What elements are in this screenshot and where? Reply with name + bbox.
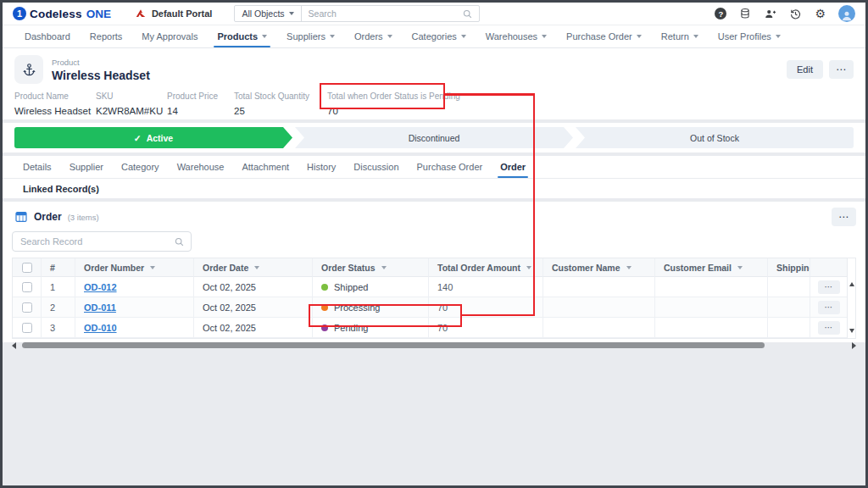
shipping-cell — [768, 297, 810, 318]
record-header-card: Product Wireless Headset Edit ⋯ Product … — [3, 48, 865, 119]
field-total-stock-quantity: Total Stock Quantity 25 — [234, 92, 317, 116]
nav-item-dashboard[interactable]: Dashboard — [25, 25, 70, 47]
nav-item-purchase-order[interactable]: Purchase Order — [566, 25, 642, 47]
col-header-customer-name[interactable]: Customer Name — [543, 258, 655, 277]
nav-item-categories[interactable]: Categories — [412, 25, 466, 47]
col-header-total-order-amount[interactable]: Total Order Amount — [429, 258, 543, 277]
col-header-order-date[interactable]: Order Date — [194, 258, 313, 277]
table-row: 3 OD-010 Oct 02, 2025 Pending 70 ⋯ — [13, 318, 855, 338]
tab-details[interactable]: Details — [23, 156, 52, 178]
order-section-more-button[interactable]: ⋯ — [832, 208, 856, 226]
customer-name-cell — [543, 297, 655, 318]
horizontal-scrollbar[interactable] — [12, 341, 856, 350]
order-status-cell: Shipped — [313, 277, 429, 297]
nav-item-suppliers[interactable]: Suppliers — [287, 25, 335, 47]
nav-item-products[interactable]: Products — [217, 25, 267, 47]
row-more-button[interactable]: ⋯ — [818, 280, 840, 294]
history-button[interactable] — [789, 8, 802, 20]
search-scope-dropdown[interactable]: All Objects — [235, 8, 300, 19]
vertical-scrollbar[interactable] — [847, 258, 855, 338]
status-step-discontinued[interactable]: Discontinued — [295, 127, 573, 148]
chevron-down-icon — [330, 35, 335, 38]
user-plus-icon — [764, 8, 776, 20]
nav-item-user-profiles[interactable]: User Profiles — [718, 25, 781, 47]
brand-name-codeless: Codeless — [30, 8, 82, 20]
settings-button[interactable]: ⚙ — [815, 8, 826, 19]
app-window: 1 Codeless ONE Default Portal All Object… — [0, 0, 868, 488]
nav-item-my-approvals[interactable]: My Approvals — [142, 25, 198, 47]
row-more-button[interactable]: ⋯ — [818, 321, 840, 335]
add-user-button[interactable] — [764, 8, 776, 20]
tab-order[interactable]: Order — [500, 156, 526, 178]
scroll-left-icon[interactable] — [12, 342, 16, 349]
status-bar-card: ✓ Active Discontinued Out of Stock — [3, 123, 865, 152]
sort-caret-icon — [254, 266, 259, 269]
page-title: Wireless Headset — [52, 69, 150, 82]
database-icon — [739, 8, 751, 19]
select-all-cell — [13, 258, 42, 277]
select-all-checkbox[interactable] — [22, 263, 32, 273]
nav-item-warehouses[interactable]: Warehouses — [486, 25, 547, 47]
row-checkbox[interactable] — [22, 302, 32, 313]
scroll-right-icon[interactable] — [852, 342, 856, 349]
field-sku: SKU K2WR8AM#KU — [96, 92, 167, 116]
row-checkbox[interactable] — [22, 282, 32, 292]
nav-item-orders[interactable]: Orders — [354, 25, 392, 47]
amount-cell: 140 — [429, 277, 543, 297]
search-icon — [462, 8, 473, 19]
row-checkbox[interactable] — [22, 323, 32, 333]
user-avatar[interactable] — [838, 5, 855, 22]
scroll-down-icon[interactable] — [849, 329, 854, 333]
tab-purchase-order[interactable]: Purchase Order — [417, 156, 483, 178]
record-search-input[interactable] — [13, 236, 174, 247]
tabs-card: Details Supplier Category Warehouse Atta… — [3, 156, 865, 198]
col-header-shipping[interactable]: Shipping — [768, 258, 810, 277]
shipping-cell — [768, 277, 810, 297]
order-number-link[interactable]: OD-012 — [84, 282, 117, 292]
col-header-order-status[interactable]: Order Status — [313, 258, 429, 277]
main-nav: Dashboard Reports My Approvals Products … — [3, 25, 865, 48]
tab-history[interactable]: History — [307, 156, 336, 178]
status-step-active[interactable]: ✓ Active — [14, 127, 292, 148]
col-header-customer-email[interactable]: Customer Email — [655, 258, 768, 277]
help-button[interactable]: ? — [715, 8, 726, 19]
chevron-down-icon — [542, 35, 547, 38]
tab-attachment[interactable]: Attachment — [242, 156, 289, 178]
tab-warehouse[interactable]: Warehouse — [177, 156, 225, 178]
search-input[interactable] — [302, 8, 463, 19]
row-more-button[interactable]: ⋯ — [818, 301, 840, 314]
table-row: 2 OD-011 Oct 02, 2025 Processing 70 ⋯ — [13, 297, 855, 318]
order-number-link[interactable]: OD-011 — [84, 302, 116, 313]
shipping-cell — [768, 318, 810, 338]
edit-button[interactable]: Edit — [787, 60, 823, 79]
brand-name-one: ONE — [86, 8, 111, 20]
tab-discussion[interactable]: Discussion — [353, 156, 398, 178]
database-button[interactable] — [739, 8, 751, 19]
field-product-price: Product Price 14 — [167, 92, 234, 116]
scrollbar-thumb[interactable] — [22, 342, 765, 348]
brand-logo[interactable]: 1 Codeless ONE — [13, 7, 111, 20]
record-more-button[interactable]: ⋯ — [829, 60, 854, 79]
order-date-cell: Oct 02, 2025 — [194, 277, 313, 297]
record-search — [12, 231, 192, 252]
chevron-down-icon — [289, 12, 294, 15]
order-table: # Order Number Order Date Order Status T… — [12, 258, 856, 339]
portal-icon — [135, 8, 147, 19]
order-number-link[interactable]: OD-010 — [84, 323, 117, 333]
scroll-up-icon[interactable] — [849, 282, 854, 286]
tab-category[interactable]: Category — [121, 156, 159, 178]
nav-item-reports[interactable]: Reports — [90, 25, 123, 47]
record-type-icon-box — [14, 55, 43, 84]
status-step-out-of-stock[interactable]: Out of Stock — [576, 127, 854, 148]
check-icon: ✓ — [134, 133, 142, 143]
col-header-order-number[interactable]: Order Number — [75, 258, 194, 277]
row-index: 2 — [42, 297, 75, 318]
nav-item-return[interactable]: Return — [661, 25, 698, 47]
linked-records-label: Linked Record(s) — [3, 179, 865, 199]
global-search: All Objects — [234, 5, 480, 22]
tab-supplier[interactable]: Supplier — [70, 156, 103, 178]
portal-switcher[interactable]: Default Portal — [135, 8, 213, 19]
portal-name: Default Portal — [152, 8, 213, 19]
order-section-card: Order (3 items) ⋯ # Order Number Order D… — [3, 202, 865, 342]
chevron-down-icon — [262, 35, 267, 38]
